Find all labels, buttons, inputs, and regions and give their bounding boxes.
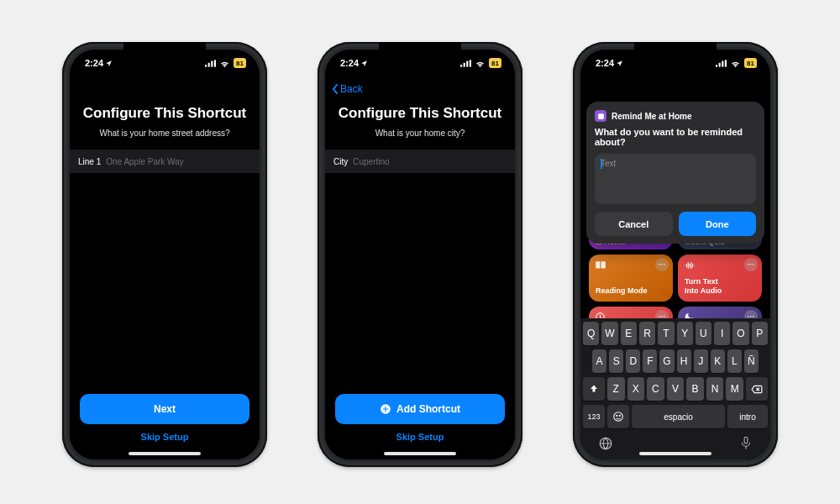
more-icon[interactable]: ···	[655, 258, 669, 271]
cancel-button[interactable]: Cancel	[595, 212, 673, 236]
phone-2: 2:24 81 Back Configure This Shortcut	[318, 42, 522, 467]
key-t[interactable]: T	[658, 322, 674, 345]
prompt-card: Remind Me at Home What do you want to be…	[586, 102, 764, 244]
key-z[interactable]: Z	[607, 377, 625, 401]
svg-point-17	[619, 415, 620, 416]
keyboard-row-3: ZXCVBNM	[583, 377, 768, 401]
key-c[interactable]: C	[647, 377, 664, 401]
shift-icon	[589, 384, 599, 394]
globe-icon[interactable]	[598, 436, 613, 454]
svg-rect-6	[466, 60, 468, 66]
key-m[interactable]: M	[726, 377, 743, 401]
key-a[interactable]: A	[592, 349, 606, 373]
prompt-question: What do you want to be reminded about?	[595, 127, 756, 147]
back-button[interactable]: Back	[332, 83, 363, 95]
svg-rect-3	[214, 60, 216, 67]
svg-rect-4	[460, 64, 462, 66]
key-g[interactable]: G	[659, 349, 674, 373]
keyboard-row-4: 123 espacio intro	[583, 405, 768, 428]
page-title: Configure This Shortcut	[325, 105, 515, 122]
done-button[interactable]: Done	[679, 212, 757, 236]
more-icon[interactable]: ···	[744, 258, 758, 271]
numbers-key[interactable]: 123	[583, 405, 605, 428]
book-icon	[595, 260, 606, 273]
key-e[interactable]: E	[621, 322, 637, 345]
cell-signal-icon	[716, 60, 727, 67]
key-v[interactable]: V	[667, 377, 685, 401]
svg-point-15	[614, 412, 623, 422]
home-indicator[interactable]	[129, 452, 201, 455]
wifi-icon	[730, 60, 741, 67]
key-p[interactable]: P	[752, 322, 768, 345]
field-label: City	[333, 157, 348, 166]
phone-1: 2:24 81 Configure This Shortcut What is …	[62, 42, 267, 467]
skip-setup-button[interactable]: Skip Setup	[136, 431, 194, 443]
backspace-icon	[751, 385, 763, 394]
space-key[interactable]: espacio	[632, 405, 725, 428]
key-f[interactable]: F	[643, 349, 657, 373]
keyboard-row-1: QWERTYUIOP	[583, 322, 768, 345]
key-y[interactable]: Y	[677, 322, 693, 345]
home-indicator[interactable]	[639, 452, 711, 455]
keyboard: QWERTYUIOP ASDFGHJKLÑ ZXCVBNM 123	[580, 318, 770, 459]
next-button[interactable]: Next	[80, 394, 249, 424]
shortcut-app-icon	[595, 110, 606, 122]
page-title: Configure This Shortcut	[70, 105, 260, 122]
wifi-icon	[219, 60, 230, 67]
location-icon	[105, 60, 113, 67]
battery-badge: 81	[744, 58, 757, 68]
emoji-key[interactable]	[607, 405, 629, 428]
home-indicator[interactable]	[384, 452, 456, 455]
key-i[interactable]: I	[714, 322, 730, 345]
chevron-left-icon	[332, 84, 339, 94]
key-u[interactable]: U	[696, 322, 711, 345]
tile-turn-text-into-audio[interactable]: ··· Turn Text Into Audio	[678, 255, 762, 302]
status-time: 2:24	[596, 58, 614, 68]
svg-rect-9	[716, 64, 717, 66]
address-line1-field[interactable]: Line 1 One Apple Park Way	[70, 150, 260, 173]
key-o[interactable]: O	[732, 322, 748, 345]
battery-badge: 81	[234, 58, 246, 68]
keyboard-row-2: ASDFGHJKLÑ	[583, 349, 768, 373]
backspace-key[interactable]	[746, 377, 768, 401]
key-k[interactable]: K	[711, 349, 725, 373]
field-placeholder: One Apple Park Way	[106, 157, 251, 166]
key-d[interactable]: D	[626, 349, 640, 373]
city-field[interactable]: City Cupertino	[325, 150, 515, 173]
cell-signal-icon	[460, 60, 471, 67]
svg-rect-1	[208, 62, 210, 66]
skip-setup-button[interactable]: Skip Setup	[391, 431, 449, 443]
key-s[interactable]: S	[609, 349, 623, 373]
key-n[interactable]: N	[706, 377, 724, 401]
svg-rect-13	[598, 113, 604, 119]
svg-rect-2	[211, 60, 213, 66]
shift-key[interactable]	[583, 377, 605, 401]
svg-rect-10	[719, 62, 721, 66]
battery-badge: 81	[489, 58, 501, 68]
prompt-text-input[interactable]: Text	[595, 154, 756, 204]
svg-rect-5	[464, 62, 465, 66]
svg-rect-11	[722, 60, 723, 66]
key-q[interactable]: Q	[583, 322, 599, 345]
waveform-icon	[684, 260, 696, 273]
page-subtitle: What is your home street address?	[70, 129, 260, 138]
shortcuts-grid: at Home Music Quiz ··· Reading Mode	[580, 233, 770, 327]
key-w[interactable]: W	[601, 322, 617, 345]
status-bar: 2:24 81	[580, 50, 770, 76]
return-key[interactable]: intro	[727, 405, 768, 428]
tile-reading-mode[interactable]: ··· Reading Mode	[589, 255, 673, 302]
key-x[interactable]: X	[627, 377, 645, 401]
cell-signal-icon	[205, 60, 216, 67]
field-placeholder: Cupertino	[353, 157, 507, 166]
svg-rect-0	[205, 64, 207, 66]
emoji-icon	[612, 411, 624, 423]
key-h[interactable]: H	[677, 349, 691, 373]
key-j[interactable]: J	[694, 349, 708, 373]
key-ñ[interactable]: Ñ	[744, 349, 759, 373]
add-shortcut-button[interactable]: Add Shortcut	[335, 394, 505, 424]
key-l[interactable]: L	[727, 349, 742, 373]
key-r[interactable]: R	[639, 322, 655, 345]
device-notch	[123, 42, 206, 60]
key-b[interactable]: B	[686, 377, 704, 401]
mic-icon[interactable]	[739, 436, 753, 454]
